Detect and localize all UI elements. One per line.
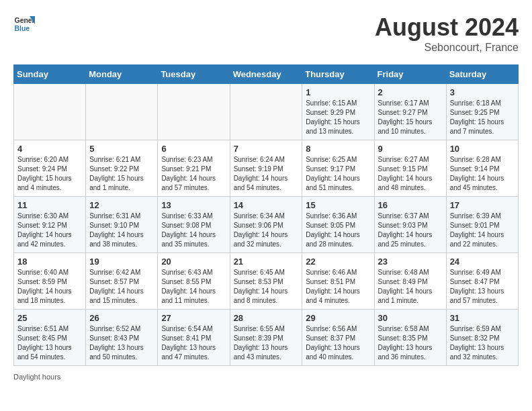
header-friday: Friday (374, 65, 446, 84)
calendar-cell-0-5: 2Sunrise: 6:17 AM Sunset: 9:27 PM Daylig… (374, 84, 446, 140)
week-row-3: 18Sunrise: 6:40 AM Sunset: 8:59 PM Dayli… (14, 253, 519, 310)
calendar-cell-3-4: 22Sunrise: 6:46 AM Sunset: 8:51 PM Dayli… (302, 253, 374, 310)
day-number: 17 (450, 200, 515, 210)
day-number: 3 (450, 87, 515, 97)
day-info: Sunrise: 6:46 AM Sunset: 8:51 PM Dayligh… (306, 268, 370, 306)
day-info: Sunrise: 6:24 AM Sunset: 9:19 PM Dayligh… (234, 155, 299, 193)
day-number: 5 (89, 144, 154, 154)
day-number: 27 (161, 313, 226, 323)
calendar-cell-4-1: 26Sunrise: 6:52 AM Sunset: 8:43 PM Dayli… (86, 310, 158, 366)
day-info: Sunrise: 6:34 AM Sunset: 9:06 PM Dayligh… (234, 212, 299, 249)
calendar-cell-1-6: 10Sunrise: 6:28 AM Sunset: 9:14 PM Dayli… (446, 140, 518, 197)
day-number: 21 (234, 257, 299, 267)
week-row-2: 11Sunrise: 6:30 AM Sunset: 9:12 PM Dayli… (14, 197, 519, 253)
logo: General Blue (13, 13, 35, 35)
calendar-cell-2-2: 13Sunrise: 6:33 AM Sunset: 9:08 PM Dayli… (158, 197, 230, 253)
day-info: Sunrise: 6:18 AM Sunset: 9:25 PM Dayligh… (450, 99, 515, 136)
day-number: 24 (450, 257, 515, 267)
day-info: Sunrise: 6:42 AM Sunset: 8:57 PM Dayligh… (89, 268, 154, 306)
header-thursday: Thursday (302, 65, 374, 84)
day-info: Sunrise: 6:58 AM Sunset: 8:35 PM Dayligh… (378, 324, 443, 362)
calendar-cell-2-6: 17Sunrise: 6:39 AM Sunset: 9:01 PM Dayli… (446, 197, 518, 253)
day-number: 12 (89, 200, 154, 210)
day-info: Sunrise: 6:30 AM Sunset: 9:12 PM Dayligh… (17, 212, 82, 249)
week-row-1: 4Sunrise: 6:20 AM Sunset: 9:24 PM Daylig… (14, 140, 519, 197)
calendar-cell-3-0: 18Sunrise: 6:40 AM Sunset: 8:59 PM Dayli… (14, 253, 86, 310)
day-number: 18 (17, 257, 82, 267)
header-wednesday: Wednesday (230, 65, 302, 84)
day-info: Sunrise: 6:51 AM Sunset: 8:45 PM Dayligh… (17, 324, 82, 362)
calendar-cell-0-1 (86, 84, 158, 140)
day-info: Sunrise: 6:39 AM Sunset: 9:01 PM Dayligh… (450, 212, 515, 249)
day-number: 14 (234, 200, 299, 210)
day-number: 29 (306, 313, 370, 323)
day-number: 19 (89, 257, 154, 267)
day-info: Sunrise: 6:54 AM Sunset: 8:41 PM Dayligh… (161, 324, 226, 362)
day-number: 20 (161, 257, 226, 267)
day-info: Sunrise: 6:48 AM Sunset: 8:49 PM Dayligh… (378, 268, 443, 306)
day-info: Sunrise: 6:27 AM Sunset: 9:15 PM Dayligh… (378, 155, 443, 193)
day-info: Sunrise: 6:52 AM Sunset: 8:43 PM Dayligh… (89, 324, 154, 362)
day-number: 2 (378, 87, 443, 97)
day-number: 23 (378, 257, 443, 267)
calendar-cell-3-2: 20Sunrise: 6:43 AM Sunset: 8:55 PM Dayli… (158, 253, 230, 310)
calendar-cell-1-5: 9Sunrise: 6:27 AM Sunset: 9:15 PM Daylig… (374, 140, 446, 197)
day-number: 11 (17, 200, 82, 210)
week-row-0: 1Sunrise: 6:15 AM Sunset: 9:29 PM Daylig… (14, 84, 519, 140)
day-info: Sunrise: 6:59 AM Sunset: 8:32 PM Dayligh… (450, 324, 515, 362)
day-info: Sunrise: 6:49 AM Sunset: 8:47 PM Dayligh… (450, 268, 515, 306)
header-saturday: Saturday (446, 65, 518, 84)
header-sunday: Sunday (14, 65, 86, 84)
calendar-cell-1-4: 8Sunrise: 6:25 AM Sunset: 9:17 PM Daylig… (302, 140, 374, 197)
day-number: 1 (306, 87, 370, 97)
day-info: Sunrise: 6:25 AM Sunset: 9:17 PM Dayligh… (306, 155, 370, 193)
day-number: 13 (161, 200, 226, 210)
calendar-cell-2-4: 15Sunrise: 6:36 AM Sunset: 9:05 PM Dayli… (302, 197, 374, 253)
calendar-cell-1-0: 4Sunrise: 6:20 AM Sunset: 9:24 PM Daylig… (14, 140, 86, 197)
day-number: 10 (450, 144, 515, 154)
calendar-cell-1-1: 5Sunrise: 6:21 AM Sunset: 9:22 PM Daylig… (86, 140, 158, 197)
day-info: Sunrise: 6:43 AM Sunset: 8:55 PM Dayligh… (161, 268, 226, 306)
day-number: 9 (378, 144, 443, 154)
week-row-4: 25Sunrise: 6:51 AM Sunset: 8:45 PM Dayli… (14, 310, 519, 366)
title-block: August 2024 Seboncourt, France (375, 13, 519, 54)
calendar-cell-4-0: 25Sunrise: 6:51 AM Sunset: 8:45 PM Dayli… (14, 310, 86, 366)
day-info: Sunrise: 6:45 AM Sunset: 8:53 PM Dayligh… (234, 268, 299, 306)
day-number: 7 (234, 144, 299, 154)
day-info: Sunrise: 6:28 AM Sunset: 9:14 PM Dayligh… (450, 155, 515, 193)
day-number: 6 (161, 144, 226, 154)
header-monday: Monday (86, 65, 158, 84)
day-number: 16 (378, 200, 443, 210)
day-info: Sunrise: 6:36 AM Sunset: 9:05 PM Dayligh… (306, 212, 370, 249)
day-info: Sunrise: 6:15 AM Sunset: 9:29 PM Dayligh… (306, 99, 370, 136)
footer-note: Daylight hours (13, 373, 519, 381)
calendar-table: SundayMondayTuesdayWednesdayThursdayFrid… (13, 64, 519, 366)
header-row: SundayMondayTuesdayWednesdayThursdayFrid… (14, 65, 519, 84)
calendar-cell-2-1: 12Sunrise: 6:31 AM Sunset: 9:10 PM Dayli… (86, 197, 158, 253)
calendar-cell-2-0: 11Sunrise: 6:30 AM Sunset: 9:12 PM Dayli… (14, 197, 86, 253)
calendar-cell-4-2: 27Sunrise: 6:54 AM Sunset: 8:41 PM Dayli… (158, 310, 230, 366)
calendar-cell-0-3 (230, 84, 302, 140)
calendar-cell-3-5: 23Sunrise: 6:48 AM Sunset: 8:49 PM Dayli… (374, 253, 446, 310)
day-info: Sunrise: 6:40 AM Sunset: 8:59 PM Dayligh… (17, 268, 82, 306)
day-number: 8 (306, 144, 370, 154)
logo-icon: General Blue (13, 13, 35, 35)
day-info: Sunrise: 6:56 AM Sunset: 8:37 PM Dayligh… (306, 324, 370, 362)
day-number: 22 (306, 257, 370, 267)
day-number: 26 (89, 313, 154, 323)
day-number: 15 (306, 200, 370, 210)
page-header: General Blue August 2024 Seboncourt, Fra… (13, 13, 519, 54)
svg-text:Blue: Blue (15, 25, 30, 32)
calendar-cell-3-6: 24Sunrise: 6:49 AM Sunset: 8:47 PM Dayli… (446, 253, 518, 310)
day-info: Sunrise: 6:55 AM Sunset: 8:39 PM Dayligh… (234, 324, 299, 362)
calendar-cell-4-3: 28Sunrise: 6:55 AM Sunset: 8:39 PM Dayli… (230, 310, 302, 366)
day-info: Sunrise: 6:17 AM Sunset: 9:27 PM Dayligh… (378, 99, 443, 136)
calendar-cell-1-3: 7Sunrise: 6:24 AM Sunset: 9:19 PM Daylig… (230, 140, 302, 197)
month-title: August 2024 (375, 13, 519, 42)
calendar-cell-1-2: 6Sunrise: 6:23 AM Sunset: 9:21 PM Daylig… (158, 140, 230, 197)
day-info: Sunrise: 6:23 AM Sunset: 9:21 PM Dayligh… (161, 155, 226, 193)
calendar-cell-0-2 (158, 84, 230, 140)
location-subtitle: Seboncourt, France (375, 42, 519, 54)
day-info: Sunrise: 6:33 AM Sunset: 9:08 PM Dayligh… (161, 212, 226, 249)
calendar-cell-2-5: 16Sunrise: 6:37 AM Sunset: 9:03 PM Dayli… (374, 197, 446, 253)
